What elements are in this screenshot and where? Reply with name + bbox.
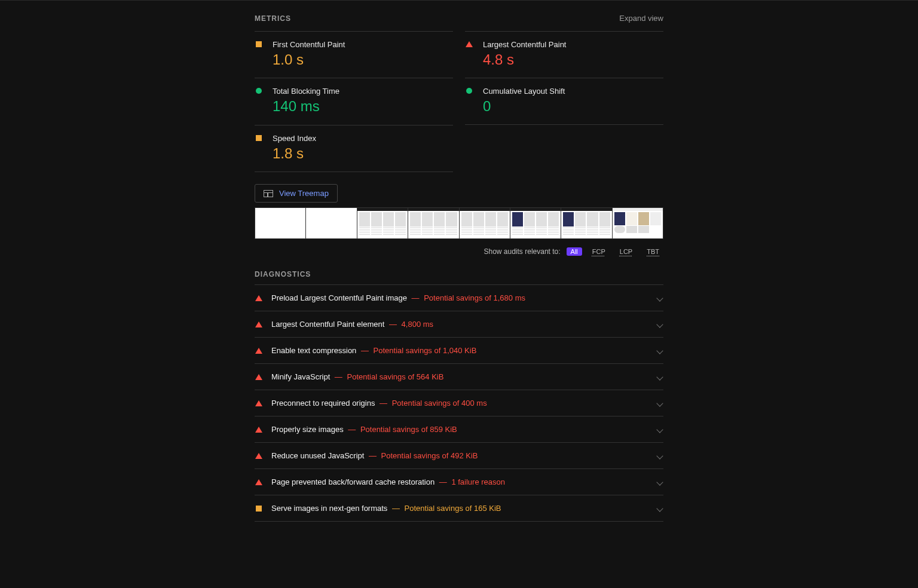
chevron-down-icon — [656, 505, 663, 512]
diagnostic-saving: Potential savings of 564 KiB — [347, 372, 443, 381]
chevron-down-icon — [656, 479, 663, 486]
circle-pass-icon — [255, 88, 263, 94]
diagnostics-list: Preload Largest Contentful Paint image —… — [255, 284, 663, 522]
dash-separator: — — [387, 320, 399, 329]
metrics-grid: First Contentful Paint 1.0 s Largest Con… — [255, 31, 663, 172]
diagnostic-row[interactable]: Serve images in next-gen formats — Poten… — [255, 495, 663, 522]
chevron-down-icon — [656, 400, 663, 407]
metric-label: Speed Index — [273, 134, 453, 143]
filmstrip-frame — [306, 208, 357, 238]
dash-separator: — — [409, 293, 421, 302]
filmstrip-frame — [561, 208, 612, 238]
dash-separator: — — [346, 425, 358, 434]
square-avg-icon — [255, 41, 263, 47]
metric-label: Total Blocking Time — [273, 87, 453, 96]
triangle-fail-icon — [255, 479, 263, 485]
expand-view-link[interactable]: Expand view — [619, 14, 663, 23]
filter-chip-all[interactable]: All — [567, 247, 582, 256]
diagnostic-title: Serve images in next-gen formats — [271, 504, 387, 513]
dash-separator: — — [437, 477, 449, 486]
triangle-fail-icon — [255, 453, 263, 459]
dash-separator: — — [332, 372, 344, 381]
chevron-down-icon — [656, 347, 663, 354]
square-avg-icon — [255, 506, 263, 512]
chevron-down-icon — [656, 321, 663, 328]
triangle-fail-icon — [255, 374, 263, 380]
diagnostic-title: Enable text compression — [271, 346, 356, 355]
diagnostic-saving: Potential savings of 400 ms — [392, 399, 487, 408]
chevron-down-icon — [656, 452, 663, 460]
filmstrip-frame — [357, 208, 408, 238]
diagnostic-title: Minify JavaScript — [271, 372, 330, 381]
diagnostic-row[interactable]: Properly size images — Potential savings… — [255, 416, 663, 443]
filter-chip-fcp[interactable]: FCP — [588, 247, 610, 256]
view-treemap-label: View Treemap — [279, 189, 329, 198]
dash-separator: — — [377, 399, 389, 408]
metric-value: 0 — [483, 98, 663, 115]
diagnostic-row[interactable]: Reduce unused JavaScript — Potential sav… — [255, 443, 663, 469]
diagnostic-row[interactable]: Preload Largest Contentful Paint image —… — [255, 285, 663, 311]
metric-value: 1.0 s — [273, 51, 453, 68]
metric-fcp: First Contentful Paint 1.0 s — [255, 31, 453, 78]
treemap-icon — [264, 190, 273, 197]
metric-lcp: Largest Contentful Paint 4.8 s — [465, 31, 663, 78]
diagnostic-saving: Potential savings of 1,680 ms — [424, 293, 525, 302]
diagnostic-title: Preload Largest Contentful Paint image — [271, 293, 407, 302]
metric-label: First Contentful Paint — [273, 40, 453, 49]
filter-chip-tbt[interactable]: TBT — [642, 247, 663, 256]
chevron-down-icon — [656, 373, 663, 381]
metric-tbt: Total Blocking Time 140 ms — [255, 78, 453, 125]
metric-cls: Cumulative Layout Shift 0 — [465, 78, 663, 125]
dash-separator: — — [359, 346, 371, 355]
metrics-section-title: METRICS — [255, 14, 291, 23]
triangle-fail-icon — [255, 427, 263, 433]
diagnostic-row[interactable]: Largest Contentful Paint element — 4,800… — [255, 311, 663, 338]
diagnostic-row[interactable]: Preconnect to required origins — Potenti… — [255, 390, 663, 416]
diagnostic-saving: 1 failure reason — [451, 477, 505, 486]
square-avg-icon — [255, 135, 263, 141]
metric-si: Speed Index 1.8 s — [255, 125, 453, 172]
diagnostic-saving: 4,800 ms — [402, 320, 433, 329]
filmstrip-frame — [460, 208, 510, 238]
filmstrip-frame — [510, 208, 561, 238]
triangle-fail-icon — [465, 41, 473, 47]
filmstrip-frame — [408, 208, 459, 238]
metric-label: Largest Contentful Paint — [483, 40, 663, 49]
chevron-down-icon — [656, 426, 663, 433]
filmstrip-frame — [255, 208, 306, 238]
circle-pass-icon — [465, 88, 473, 94]
filter-chip-lcp[interactable]: LCP — [616, 247, 637, 256]
diagnostic-title: Properly size images — [271, 425, 344, 434]
diagnostic-title: Page prevented back/forward cache restor… — [271, 477, 434, 486]
audit-filter-row: Show audits relevant to: All FCP LCP TBT — [255, 247, 663, 256]
diagnostic-saving: Potential savings of 859 KiB — [360, 425, 457, 434]
metric-label: Cumulative Layout Shift — [483, 87, 663, 96]
triangle-fail-icon — [255, 400, 263, 406]
diagnostics-section-title: DIAGNOSTICS — [255, 270, 663, 278]
diagnostic-saving: Potential savings of 492 KiB — [381, 451, 478, 460]
dash-separator: — — [366, 451, 378, 460]
metric-value: 4.8 s — [483, 51, 663, 68]
view-treemap-button[interactable]: View Treemap — [255, 184, 338, 203]
filter-prompt: Show audits relevant to: — [484, 247, 561, 256]
diagnostic-title: Preconnect to required origins — [271, 399, 375, 408]
diagnostic-row[interactable]: Enable text compression — Potential savi… — [255, 338, 663, 364]
diagnostic-row[interactable]: Page prevented back/forward cache restor… — [255, 469, 663, 495]
triangle-fail-icon — [255, 348, 263, 354]
diagnostic-title: Reduce unused JavaScript — [271, 451, 364, 460]
diagnostic-saving: Potential savings of 165 KiB — [405, 504, 501, 513]
diagnostic-row[interactable]: Minify JavaScript — Potential savings of… — [255, 364, 663, 390]
dash-separator: — — [390, 504, 402, 513]
metric-value: 140 ms — [273, 98, 453, 115]
filmstrip-frame — [613, 208, 663, 238]
triangle-fail-icon — [255, 295, 263, 301]
chevron-down-icon — [656, 295, 663, 302]
diagnostic-title: Largest Contentful Paint element — [271, 320, 384, 329]
metric-value: 1.8 s — [273, 145, 453, 162]
triangle-fail-icon — [255, 321, 263, 327]
diagnostic-saving: Potential savings of 1,040 KiB — [374, 346, 477, 355]
filmstrip — [255, 207, 663, 239]
